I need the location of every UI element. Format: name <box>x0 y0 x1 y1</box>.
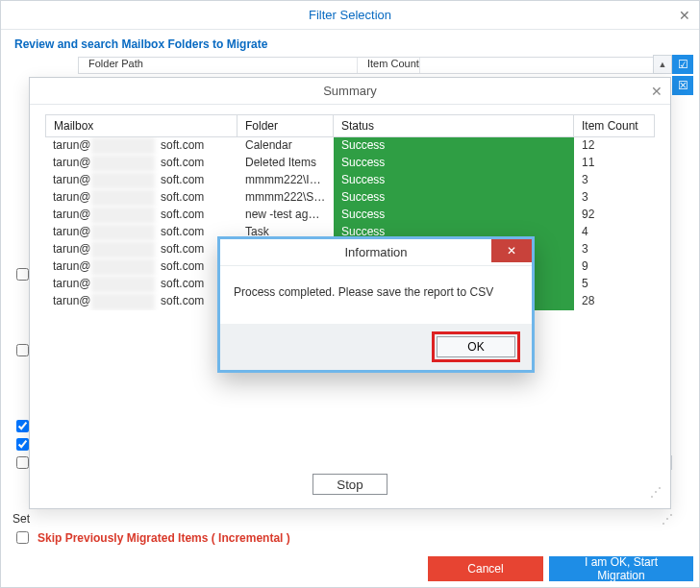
cell-status: Success <box>334 137 574 155</box>
col-item-count: Item Count <box>574 114 655 137</box>
cell-count: 28 <box>574 293 655 310</box>
resize-grip-icon[interactable]: ⋰ <box>662 512 672 526</box>
status-badge: Success <box>334 172 574 189</box>
summary-resize-grip-icon[interactable]: ⋰ <box>650 485 661 499</box>
col-mailbox: Mailbox <box>45 114 238 137</box>
redacted-region <box>91 224 155 241</box>
cell-folder: Deleted Items <box>238 155 334 172</box>
col-status: Status <box>334 114 574 137</box>
cell-mailbox: tarun@soft.com <box>45 293 238 310</box>
cell-count: 3 <box>574 189 655 207</box>
col-folder: Folder <box>238 114 334 137</box>
cell-mailbox: tarun@soft.com <box>45 172 238 189</box>
redacted-region <box>91 155 155 172</box>
information-dialog: Information ✕ Process completed. Please … <box>217 236 535 373</box>
redacted-region <box>91 189 155 207</box>
info-footer: OK <box>220 324 532 370</box>
cell-folder: mmmm222\Sent <box>238 189 334 207</box>
cell-folder: Calendar <box>238 137 334 155</box>
cell-mailbox: tarun@soft.com <box>45 155 238 172</box>
skip-checkbox[interactable] <box>16 531 29 544</box>
cell-status: Success <box>334 155 574 172</box>
col-item-count: Item Count <box>358 58 420 73</box>
side-tool-buttons: ☑ ☒ <box>672 55 693 97</box>
section-heading: Review and search Mailbox Folders to Mig… <box>1 30 699 51</box>
stop-button[interactable]: Stop <box>312 474 388 495</box>
settings-label: Set <box>12 512 30 526</box>
ok-button[interactable]: OK <box>437 336 515 357</box>
check-icon: ☑ <box>678 59 688 70</box>
info-titlebar: Information ✕ <box>220 239 532 266</box>
deselect-all-button[interactable]: ☒ <box>672 76 693 95</box>
cell-count: 11 <box>574 155 655 172</box>
cell-status: Success <box>334 189 574 207</box>
cell-count: 5 <box>574 276 655 293</box>
cell-status: Success <box>334 172 574 189</box>
cancel-button[interactable]: Cancel <box>428 556 543 581</box>
scroll-up-icon[interactable]: ▲ <box>653 55 672 74</box>
cell-count: 92 <box>574 207 655 224</box>
start-migration-button[interactable]: I am OK, Start Migration <box>549 556 693 581</box>
left-check-5[interactable] <box>16 456 29 469</box>
left-check-1[interactable] <box>16 268 29 281</box>
skip-row: Skip Previously Migrated Items ( Increme… <box>12 528 290 547</box>
cell-folder: mmmm222\Inbox <box>238 172 334 189</box>
cell-mailbox: tarun@soft.com <box>45 276 238 293</box>
cell-count: 3 <box>574 241 655 258</box>
info-title: Information <box>344 245 407 259</box>
status-badge: Success <box>334 155 574 172</box>
left-check-3[interactable] <box>16 420 29 432</box>
cell-mailbox: tarun@soft.com <box>45 207 238 224</box>
ok-highlight: OK <box>432 331 520 362</box>
summary-close-icon[interactable]: ✕ <box>651 84 662 99</box>
table-row: tarun@soft.comnew -test agai…Success92 <box>45 207 655 224</box>
table-row: tarun@soft.comCalendarSuccess12 <box>45 137 655 155</box>
info-message: Process completed. Please save the repor… <box>220 266 532 324</box>
cell-mailbox: tarun@soft.com <box>45 189 238 207</box>
cell-mailbox: tarun@soft.com <box>45 258 238 276</box>
window-titlebar: Filter Selection ✕ <box>1 1 699 30</box>
redacted-region <box>91 137 155 155</box>
cell-count: 3 <box>574 172 655 189</box>
cell-mailbox: tarun@soft.com <box>45 241 238 258</box>
summary-titlebar: Summary ✕ <box>30 78 670 105</box>
cell-count: 12 <box>574 137 655 155</box>
status-badge: Success <box>334 207 574 224</box>
cell-folder: new -test agai… <box>238 207 334 224</box>
info-close-button[interactable]: ✕ <box>491 239 532 262</box>
window-title: Filter Selection <box>309 8 391 22</box>
summary-title: Summary <box>323 84 377 98</box>
left-check-2[interactable] <box>16 344 29 356</box>
close-icon: ✕ <box>507 244 516 257</box>
cell-status: Success <box>334 207 574 224</box>
redacted-region <box>91 172 155 189</box>
footer-buttons: Cancel I am OK, Start Migration <box>428 556 693 581</box>
cell-mailbox: tarun@soft.com <box>45 224 238 241</box>
table-row: tarun@soft.commmmm222\InboxSuccess3 <box>45 172 655 189</box>
left-checkboxes <box>16 268 29 475</box>
left-check-4[interactable] <box>16 438 29 451</box>
redacted-region <box>91 276 155 293</box>
redacted-region <box>91 207 155 224</box>
redacted-region <box>91 293 155 310</box>
table-row: tarun@soft.comDeleted ItemsSuccess11 <box>45 155 655 172</box>
cell-count: 9 <box>574 258 655 276</box>
status-badge: Success <box>334 189 574 207</box>
redacted-region <box>91 241 155 258</box>
table-row: tarun@soft.commmmm222\SentSuccess3 <box>45 189 655 207</box>
window-close-icon[interactable]: ✕ <box>676 7 693 24</box>
folder-grid-header: Folder Path Item Count <box>78 57 672 74</box>
col-folder-path: Folder Path <box>79 58 358 73</box>
skip-label: Skip Previously Migrated Items ( Increme… <box>38 531 290 545</box>
redacted-region <box>91 258 155 276</box>
status-badge: Success <box>334 137 574 155</box>
summary-grid-header: Mailbox Folder Status Item Count <box>45 114 655 137</box>
cell-count: 4 <box>574 224 655 241</box>
cell-mailbox: tarun@soft.com <box>45 137 238 155</box>
select-all-button[interactable]: ☑ <box>672 55 693 74</box>
uncheck-icon: ☒ <box>678 80 688 91</box>
